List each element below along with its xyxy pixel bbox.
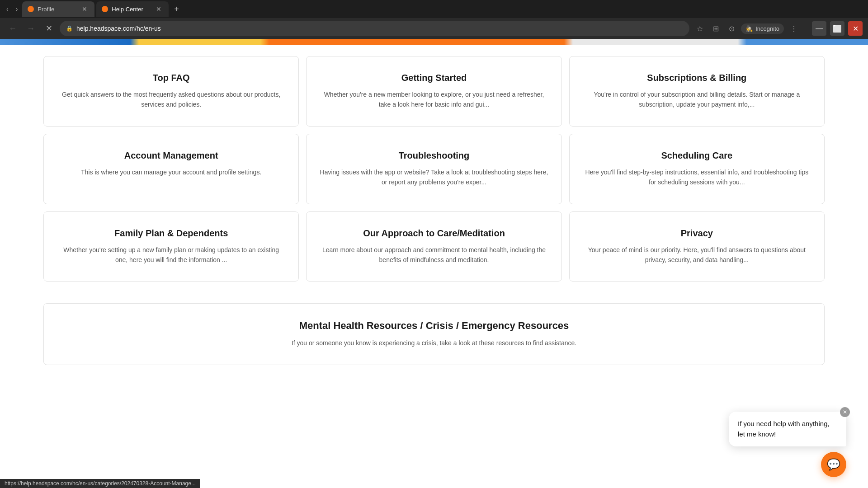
card-title-family-plan: Family Plan & Dependents: [114, 228, 228, 239]
address-text: help.headspace.com/hc/en-us: [76, 25, 683, 32]
banner-strip: [0, 39, 868, 45]
mental-health-card[interactable]: Mental Health Resources / Crisis / Emerg…: [43, 303, 825, 365]
bookmark-button[interactable]: ☆: [693, 23, 707, 35]
card-desc-scheduling-care: Here you'll find step-by-step instructio…: [582, 167, 811, 188]
card-account-management[interactable]: Account Management This is where you can…: [43, 134, 299, 204]
card-desc-top-faq: Get quick answers to the most frequently…: [57, 89, 286, 110]
tab-back-button[interactable]: ‹: [4, 4, 11, 14]
incognito-icon: 🕵: [745, 25, 753, 32]
card-getting-started[interactable]: Getting Started Whether you're a new mem…: [306, 56, 561, 127]
reload-button[interactable]: ✕: [42, 21, 56, 36]
extensions-button[interactable]: ⊞: [709, 23, 722, 35]
page-content: Top FAQ Get quick answers to the most fr…: [0, 39, 868, 376]
forward-button[interactable]: →: [24, 21, 38, 36]
mental-health-title: Mental Health Resources / Crisis / Emerg…: [57, 320, 811, 332]
card-title-subscriptions-billing: Subscriptions & Billing: [647, 73, 746, 83]
browser-chrome: ‹ › Profile ✕ Help Center ✕ + ← → ✕ 🔒 he…: [0, 0, 868, 39]
card-family-plan[interactable]: Family Plan & Dependents Whether you're …: [43, 211, 299, 282]
tab-help-label: Help Center: [112, 6, 151, 13]
address-bar-row: ← → ✕ 🔒 help.headspace.com/hc/en-us ☆ ⊞ …: [0, 18, 868, 39]
close-button[interactable]: ✕: [848, 21, 863, 36]
card-desc-getting-started: Whether you're a new member looking to e…: [319, 89, 548, 110]
cards-grid: Top FAQ Get quick answers to the most fr…: [0, 45, 868, 292]
card-troubleshooting[interactable]: Troubleshooting Having issues with the a…: [306, 134, 561, 204]
card-desc-account-management: This is where you can manage your accoun…: [81, 167, 261, 177]
card-subscriptions-billing[interactable]: Subscriptions & Billing You're in contro…: [569, 56, 825, 127]
browser-actions: ☆ ⊞ ⊙ 🕵 Incognito ⋮: [693, 23, 801, 35]
tab-bar: ‹ › Profile ✕ Help Center ✕ +: [0, 0, 868, 18]
tab-help-favicon: [102, 6, 108, 12]
tab-forward-button[interactable]: ›: [13, 4, 21, 14]
card-privacy[interactable]: Privacy Your peace of mind is our priori…: [569, 211, 825, 282]
card-desc-troubleshooting: Having issues with the app or website? T…: [319, 167, 548, 188]
incognito-badge[interactable]: 🕵 Incognito: [741, 23, 784, 34]
card-title-account-management: Account Management: [124, 150, 218, 161]
card-title-troubleshooting: Troubleshooting: [399, 150, 470, 161]
new-tab-button[interactable]: +: [170, 4, 183, 15]
card-top-faq[interactable]: Top FAQ Get quick answers to the most fr…: [43, 56, 299, 127]
tab-profile[interactable]: Profile ✕: [22, 1, 94, 17]
card-title-scheduling-care: Scheduling Care: [661, 150, 732, 161]
menu-button[interactable]: ⋮: [787, 23, 801, 35]
tab-help-close[interactable]: ✕: [154, 5, 163, 14]
card-desc-privacy: Your peace of mind is our priority. Here…: [582, 245, 811, 265]
bottom-section: Mental Health Resources / Crisis / Emerg…: [0, 292, 868, 375]
card-title-care-meditation: Our Approach to Care/Meditation: [363, 228, 505, 239]
card-title-top-faq: Top FAQ: [153, 73, 190, 83]
card-desc-subscriptions-billing: You're in control of your subscription a…: [582, 89, 811, 110]
tab-profile-favicon: [28, 6, 34, 12]
back-button[interactable]: ←: [5, 21, 20, 36]
card-desc-care-meditation: Learn more about our approach and commit…: [319, 245, 548, 265]
incognito-label: Incognito: [755, 25, 779, 32]
window-controls: — ⬜ ✕: [812, 21, 863, 36]
tab-profile-label: Profile: [38, 6, 76, 13]
security-icon: 🔒: [66, 25, 73, 32]
card-title-privacy: Privacy: [681, 228, 713, 239]
minimize-button[interactable]: —: [812, 21, 826, 36]
mental-health-desc: If you or someone you know is experienci…: [57, 338, 811, 348]
card-scheduling-care[interactable]: Scheduling Care Here you'll find step-by…: [569, 134, 825, 204]
card-title-getting-started: Getting Started: [401, 73, 467, 83]
tab-help-center[interactable]: Help Center ✕: [96, 1, 169, 17]
profile-button[interactable]: ⊙: [725, 23, 738, 35]
card-care-meditation[interactable]: Our Approach to Care/Meditation Learn mo…: [306, 211, 561, 282]
maximize-button[interactable]: ⬜: [830, 21, 844, 36]
tab-profile-close[interactable]: ✕: [80, 5, 89, 14]
card-desc-family-plan: Whether you're setting up a new family p…: [57, 245, 286, 265]
address-bar[interactable]: 🔒 help.headspace.com/hc/en-us: [60, 21, 689, 36]
